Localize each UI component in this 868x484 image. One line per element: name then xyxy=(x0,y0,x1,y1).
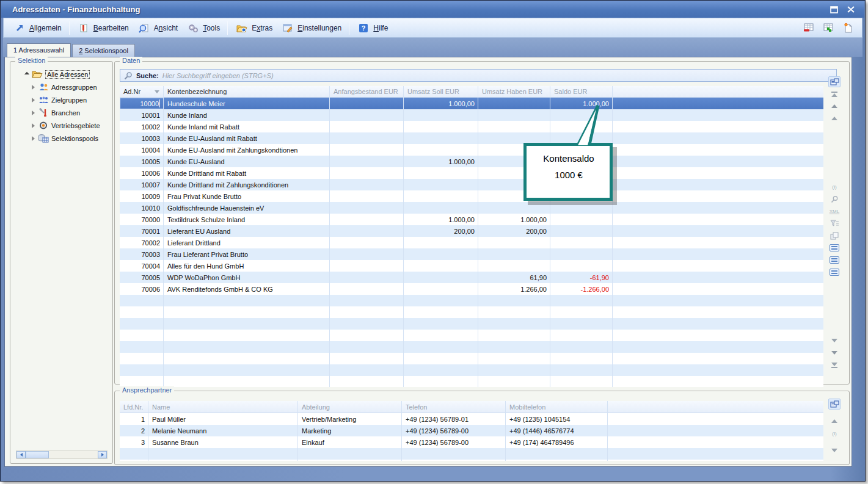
ansprechpartner-table: Lfd.Nr. Name Abteilung Telefon Mobiltele… xyxy=(120,401,823,461)
table-row[interactable]: 10009 Frau Privat Kunde Brutto xyxy=(120,190,823,202)
expander-icon[interactable] xyxy=(24,73,30,76)
search-input[interactable]: Suche: Hier Suchbegriff eingeben (STRG+S… xyxy=(120,69,837,82)
layout-list-icon[interactable] xyxy=(828,267,841,278)
table-row[interactable]: 10005 Kunde EU-Ausland 1.000,00 xyxy=(120,156,823,167)
tree-item-branchen[interactable]: Branchen xyxy=(10,106,112,119)
expander-icon[interactable] xyxy=(30,136,36,141)
table-row[interactable]: 70005 WDP WoDaPhon GmbH 61,90 -61,90 xyxy=(120,272,823,283)
table-row[interactable]: 2 Melanie Neumann Marketing +49 (1234) 5… xyxy=(120,425,823,436)
scroll-bottom-icon[interactable] xyxy=(828,359,841,370)
cell-umsatz-soll: 1.000,00 xyxy=(404,214,478,225)
tree-item-adressgruppen[interactable]: Adressgruppen xyxy=(10,81,112,93)
scroll-up-icon[interactable] xyxy=(828,416,841,427)
scroll-up-alt-icon[interactable] xyxy=(828,113,841,124)
cell-adnr: 10000 xyxy=(120,98,164,109)
scrollbar-thumb[interactable] xyxy=(26,451,49,458)
table-row[interactable]: 3 Susanne Braun Einkauf +49 (1234) 56789… xyxy=(120,436,823,448)
braces-icon[interactable]: (I) xyxy=(828,181,841,192)
table-row[interactable]: 1 Paul Müller Vertrieb/Marketing +49 (12… xyxy=(120,413,823,425)
table-row[interactable]: 70002 Lieferant Drittland xyxy=(120,237,823,248)
cell-saldo: -61,90 xyxy=(550,272,613,283)
table-row[interactable]: 10006 Kunde Drittland mit Rabatt xyxy=(120,167,823,179)
scroll-down-alt-icon[interactable] xyxy=(828,347,841,358)
column-header-telefon[interactable]: Telefon xyxy=(402,401,506,413)
tree-item-alle-adressen[interactable]: Alle Adressen xyxy=(10,68,112,81)
column-header-filler xyxy=(608,401,823,413)
tree-item-vertriebsgebiete[interactable]: Vertriebsgebiete xyxy=(10,119,112,132)
cell-saldo xyxy=(550,167,613,179)
menu-einstellungen[interactable]: Einstellungen xyxy=(277,20,346,36)
restore-window-icon[interactable] xyxy=(829,5,839,14)
table-row[interactable]: 10001 Kunde Inland xyxy=(120,109,823,121)
braces-icon[interactable]: (I) xyxy=(828,428,841,439)
table-add-icon[interactable] xyxy=(822,22,835,34)
cell-umsatz-haben: 61,90 xyxy=(478,272,550,283)
table-row[interactable]: 10000 Hundeschule Meier 1.000,00 1.000,0… xyxy=(120,98,823,109)
menu-allgemein[interactable]: Allgemein xyxy=(9,20,66,36)
search-small-icon[interactable] xyxy=(828,193,841,204)
tab-selektionspool[interactable]: 2 Selektionspool xyxy=(72,44,135,57)
table-remove-icon[interactable] xyxy=(802,22,815,34)
column-header-saldo[interactable]: Saldo EUR xyxy=(550,86,613,97)
tab-adressauswahl[interactable]: 1 Adressauswahl xyxy=(7,43,71,57)
column-header-kontenbezeichnung[interactable]: Kontenbezeichnung xyxy=(164,86,330,97)
table-row[interactable]: 70003 Frau Lieferant Privat Brutto xyxy=(120,248,823,260)
cell-anfangsbestand xyxy=(330,225,404,237)
cell-filler xyxy=(613,248,823,260)
tree-item-zielgruppen[interactable]: Zielgruppen xyxy=(10,93,112,106)
table-row[interactable]: 10004 Kunde EU-Ausland mit Zahlungskondt… xyxy=(120,144,823,156)
cell-umsatz-haben: 1.266,00 xyxy=(478,283,550,295)
cell-anfangsbestand xyxy=(330,283,404,295)
cell-anfangsbestand xyxy=(330,167,404,179)
expander-icon[interactable] xyxy=(30,85,36,90)
copy-cards-icon[interactable] xyxy=(828,230,841,241)
cell-filler xyxy=(613,283,823,295)
card-view-icon[interactable] xyxy=(828,76,841,87)
scroll-up-icon[interactable] xyxy=(828,101,841,112)
text-caret xyxy=(159,99,160,107)
expander-icon[interactable] xyxy=(30,98,36,103)
column-header-anfangsbestand[interactable]: Anfangsbestand EUR xyxy=(330,86,404,97)
menu-hilfe[interactable]: ? Hilfe xyxy=(352,20,392,36)
column-header-mobiltelefon[interactable]: Mobiltelefon xyxy=(506,401,608,413)
menu-tools[interactable]: Tools xyxy=(182,20,224,36)
new-document-icon[interactable] xyxy=(841,22,855,34)
close-icon[interactable] xyxy=(846,5,856,14)
column-header-abteilung[interactable]: Abteilung xyxy=(298,401,402,413)
scroll-right-button[interactable] xyxy=(98,451,107,458)
column-header-umsatz-soll[interactable]: Umsatz Soll EUR xyxy=(404,86,478,97)
xml-icon[interactable]: XML xyxy=(828,206,841,217)
table-row[interactable]: 10002 Kunde Inland mit Rabatt xyxy=(120,121,823,132)
layout-list-icon[interactable] xyxy=(828,255,841,265)
table-row[interactable]: 70000 Textildruck Schulze Inland 1.000,0… xyxy=(120,214,823,225)
expander-icon[interactable] xyxy=(30,123,36,128)
column-header-lfdnr[interactable]: Lfd.Nr. xyxy=(120,401,148,413)
cell-umsatz-soll xyxy=(404,260,478,272)
scroll-down-icon[interactable] xyxy=(828,335,841,346)
tree-item-selektionspools[interactable]: Selektionspools xyxy=(10,132,112,145)
cell-name: Susanne Braun xyxy=(148,436,298,448)
table-row[interactable]: 70004 Alles für den Hund GmbH xyxy=(120,260,823,272)
table-row[interactable]: 70001 Lieferant EU Ausland 200,00 200,00 xyxy=(120,225,823,237)
filter-icon[interactable] xyxy=(828,218,841,229)
table-row[interactable]: 70006 AVK Renditefonds GmbH & CO KG 1.26… xyxy=(120,283,823,295)
cell-adnr: 10003 xyxy=(120,132,164,144)
sidebar-hscrollbar[interactable] xyxy=(16,450,108,459)
scroll-down-icon[interactable] xyxy=(828,445,841,456)
card-view-icon[interactable] xyxy=(828,399,841,410)
scroll-top-icon[interactable] xyxy=(828,88,841,99)
expander-icon[interactable] xyxy=(30,110,36,115)
column-header-umsatz-haben[interactable]: Umsatz Haben EUR xyxy=(478,86,550,97)
table-row[interactable]: 10010 Goldfischfreunde Hauenstein eV xyxy=(120,202,823,214)
cell-adnr: 70005 xyxy=(120,272,164,283)
column-header-adnr[interactable]: Ad.Nr xyxy=(120,86,164,97)
scroll-left-button[interactable] xyxy=(16,451,26,458)
table-row[interactable]: 10007 Kunde Drittland mit Zahlungskondit… xyxy=(120,179,823,190)
table-row[interactable]: 10003 Kunde EU-Ausland mit Rabatt xyxy=(120,132,823,144)
menu-extras[interactable]: Extras xyxy=(231,20,277,36)
menu-bearbeiten[interactable]: Bearbeiten xyxy=(73,20,133,36)
column-header-name[interactable]: Name xyxy=(148,401,298,413)
cell-lfdnr: 1 xyxy=(120,413,148,425)
menu-ansicht[interactable]: Ansicht xyxy=(133,20,182,36)
layout-list-icon[interactable] xyxy=(828,242,841,253)
